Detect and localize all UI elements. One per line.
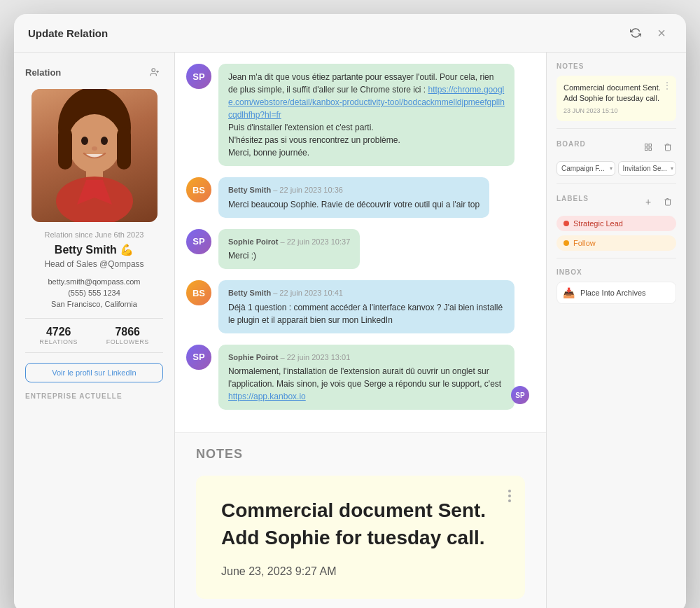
archive-icon: 📥 xyxy=(563,287,575,298)
label-dot-strategic xyxy=(564,221,569,226)
chat-bubble-3: Betty Smith – 22 juin 2023 10:41 Déjà 1 … xyxy=(218,280,514,333)
inbox-item-archives[interactable]: 📥 Place Into Archives xyxy=(556,282,676,304)
contact-email: betty.smith@qompass.com xyxy=(25,277,163,286)
contact-location: San Francisco, California xyxy=(25,300,163,308)
chat-bubble-1: Betty Smith – 22 juin 2023 10:36 Merci b… xyxy=(218,177,489,218)
close-button[interactable]: × xyxy=(651,22,672,43)
refresh-button[interactable] xyxy=(626,23,645,43)
note-dot-3 xyxy=(508,499,511,502)
note-text-line2: Add Sophie for tuesday call. xyxy=(221,527,485,548)
relation-since: Relation since June 6th 2023 xyxy=(25,230,163,239)
linkedin-button[interactable]: Voir le profil sur LinkedIn xyxy=(25,363,163,382)
relation-icon-btn[interactable] xyxy=(146,64,163,81)
chat-message-4: SP Sophie Poirot – 22 juin 2023 13:01 No… xyxy=(186,345,535,410)
stat-followers-label: FOLLOWERS xyxy=(106,338,149,345)
chat-avatar-sophie-1: SP xyxy=(186,229,211,254)
stat-followers-value: 7866 xyxy=(106,326,149,338)
note-text-line1: Commercial document Sent. xyxy=(221,499,486,521)
label-strategic-lead[interactable]: Strategic Lead xyxy=(556,216,676,231)
chat-text-4: Normalement, l'installation de l'extensi… xyxy=(228,365,505,403)
svg-rect-5 xyxy=(58,127,72,170)
note-preview-text: Commercial document Sent. Add Sophie for… xyxy=(564,83,669,104)
inbox-label: INBOX xyxy=(556,268,676,276)
chat-sender-3: Betty Smith – 22 juin 2023 10:41 xyxy=(228,287,505,299)
chat-time-4: – 22 juin 2023 13:01 xyxy=(281,353,351,361)
note-dot-2 xyxy=(508,495,511,497)
label-dot-follow xyxy=(564,240,569,246)
chat-area: SP Jean m'a dit que vous étiez partante … xyxy=(175,53,546,432)
chat-message-3: BS Betty Smith – 22 juin 2023 10:41 Déjà… xyxy=(186,280,535,333)
chat-avatar-sp-intro: SP xyxy=(186,64,211,89)
intro-link[interactable]: https://chrome.google.com/webstore/detai… xyxy=(228,85,505,120)
stats-row: 4726 RELATIONS 7866 FOLLOWERS xyxy=(25,318,163,353)
chat-text-3: Déjà 1 question : comment accéder à l'in… xyxy=(228,301,505,326)
label-follow-text: Follow xyxy=(573,239,596,247)
divider-2 xyxy=(556,183,676,184)
note-card-text: Commercial document Sent. Add Sophie for… xyxy=(221,497,500,551)
svg-point-4 xyxy=(68,114,121,173)
label-strategic-text: Strategic Lead xyxy=(573,219,623,228)
stat-relations: 4726 RELATIONS xyxy=(39,326,78,345)
board-action-icon-1[interactable] xyxy=(640,139,657,156)
svg-rect-12 xyxy=(645,144,648,146)
chat-sender-2: Sophie Poirot – 22 juin 2023 10:37 xyxy=(228,236,350,248)
board-dropdowns: Campaign F... Campaign A Campaign B Invi… xyxy=(556,161,676,176)
chat-time-2: – 22 juin 2023 10:37 xyxy=(281,237,351,246)
notes-section: NOTES Commercial document Sent. Add Soph… xyxy=(175,432,546,608)
note-card-date: June 23, 2023 9:27 AM xyxy=(221,565,500,578)
chat-avatar-betty-2: BS xyxy=(186,280,211,305)
board-label: BOARD xyxy=(556,140,586,148)
modal-header: Update Relation × xyxy=(14,14,686,53)
chat-avatar-sophie-2: SP xyxy=(186,345,211,370)
chat-bubble-2: Sophie Poirot – 22 juin 2023 10:37 Merci… xyxy=(218,229,360,270)
chat-bubble-intro: Jean m'a dit que vous étiez partante pou… xyxy=(218,64,514,166)
kanbox-link[interactable]: https://app.kanbox.io xyxy=(228,392,306,401)
chat-message-intro: SP Jean m'a dit que vous étiez partante … xyxy=(186,64,535,166)
header-icons: × xyxy=(626,22,672,43)
divider-1 xyxy=(556,128,676,129)
inbox-item-text: Place Into Archives xyxy=(580,289,646,297)
add-label-button[interactable]: + xyxy=(640,193,657,210)
chat-text-2: Merci :) xyxy=(228,249,350,262)
right-corner-avatar: SP xyxy=(511,386,529,404)
labels-label: LABELS xyxy=(556,195,589,202)
divider-3 xyxy=(556,258,676,258)
chat-time-1: – 22 juin 2023 10:36 xyxy=(273,186,343,194)
svg-point-7 xyxy=(81,137,88,145)
invitation-select[interactable]: Invitation Se... Option A Option B xyxy=(618,161,677,176)
chat-avatar-betty-1: BS xyxy=(186,177,211,202)
note-preview-card: ⋮ Commercial document Sent. Add Sophie f… xyxy=(556,76,676,121)
delete-label-button[interactable] xyxy=(659,193,676,210)
svg-rect-6 xyxy=(117,127,131,170)
right-notes-label: NOTES xyxy=(556,62,676,70)
modal-title: Update Relation xyxy=(28,27,108,39)
company-section-label: ENTREPRISE ACTUELLE xyxy=(25,392,163,400)
board-header-actions xyxy=(640,139,676,156)
svg-rect-13 xyxy=(649,144,652,146)
board-action-icon-2[interactable] xyxy=(659,139,676,156)
board-dropdown-campaign[interactable]: Campaign F... Campaign A Campaign B xyxy=(556,161,615,176)
notes-title: NOTES xyxy=(196,447,525,462)
note-preview-menu[interactable]: ⋮ xyxy=(662,80,672,91)
board-dropdown-invitation[interactable]: Invitation Se... Option A Option B xyxy=(618,161,677,176)
modal-body: Relation xyxy=(14,53,686,608)
note-dot-1 xyxy=(508,490,511,492)
middle-panel: SP Jean m'a dit que vous étiez partante … xyxy=(175,53,546,608)
chat-bubble-4: Sophie Poirot – 22 juin 2023 13:01 Norma… xyxy=(218,345,514,410)
modal-container: Update Relation × Relation xyxy=(14,14,686,608)
chat-time-3: – 22 juin 2023 10:41 xyxy=(273,289,343,297)
campaign-select[interactable]: Campaign F... Campaign A Campaign B xyxy=(556,161,615,176)
relation-label-text: Relation xyxy=(25,67,61,78)
note-menu-button[interactable] xyxy=(505,487,514,505)
chat-text-1: Merci beaucoup Sophie. Ravie de découvri… xyxy=(228,198,479,211)
contact-title: Head of Sales @Qompass xyxy=(25,259,163,269)
svg-point-0 xyxy=(152,69,155,72)
label-follow[interactable]: Follow xyxy=(556,235,676,251)
chat-sender-4: Sophie Poirot – 22 juin 2023 13:01 xyxy=(228,352,505,364)
stat-relations-label: RELATIONS xyxy=(39,338,78,345)
chat-message-1: BS Betty Smith – 22 juin 2023 10:36 Merc… xyxy=(186,177,535,218)
svg-rect-14 xyxy=(649,148,652,151)
stat-followers: 7866 FOLLOWERS xyxy=(106,326,149,345)
inbox-section: INBOX 📥 Place Into Archives xyxy=(556,268,676,304)
contact-phone: (555) 555 1234 xyxy=(25,289,163,297)
